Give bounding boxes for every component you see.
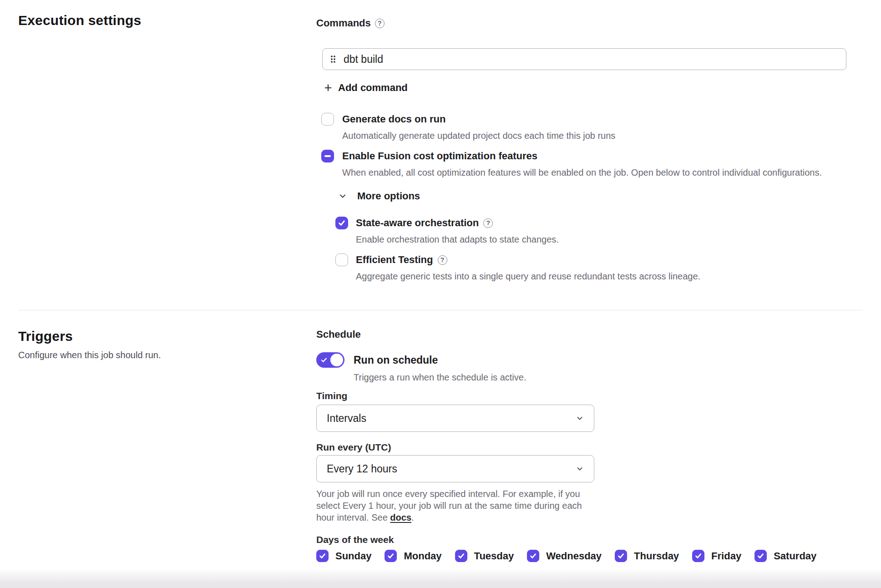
option-state-aware: State-aware orchestration ? Enable orche… <box>335 217 863 245</box>
more-options-label: More options <box>357 190 420 202</box>
state-aware-label: State-aware orchestration <box>356 217 479 229</box>
run-on-schedule-toggle[interactable] <box>316 352 344 368</box>
generate-docs-description: Automatically generate updated project d… <box>321 130 863 142</box>
chevron-down-icon <box>338 192 347 201</box>
thursday-checkbox[interactable] <box>615 550 627 562</box>
tuesday-checkbox[interactable] <box>455 550 467 562</box>
day-label: Monday <box>404 550 441 562</box>
interval-help-line1: Your job will run once every specified i… <box>316 488 863 500</box>
fusion-checkbox[interactable] <box>321 150 334 162</box>
commands-label: Commands <box>316 17 371 29</box>
run-on-schedule-label: Run on schedule <box>354 354 438 366</box>
state-aware-description: Enable orchestration that adapts to stat… <box>335 233 863 245</box>
efficient-testing-label: Efficient Testing <box>356 254 433 266</box>
monday-checkbox[interactable] <box>385 550 397 562</box>
days-of-week-row: Sunday Monday Tuesday Wednesday Thursday… <box>316 550 863 562</box>
interval-help-line3: hour interval. See docs. <box>316 512 863 523</box>
sunday-checkbox[interactable] <box>316 550 329 562</box>
add-command-label: Add command <box>338 82 408 94</box>
day-item-tuesday: Tuesday <box>455 550 514 562</box>
day-label: Wednesday <box>546 550 602 562</box>
day-item-sunday: Sunday <box>316 550 371 562</box>
execution-settings-title: Execution settings <box>18 13 316 28</box>
check-icon <box>757 552 765 560</box>
commands-help-icon[interactable]: ? <box>375 19 385 28</box>
day-label: Thursday <box>634 550 679 562</box>
timing-select[interactable]: Intervals <box>316 405 594 432</box>
timing-value: Intervals <box>327 412 366 425</box>
day-label: Friday <box>711 550 741 562</box>
option-fusion: Enable Fusion cost optimization features… <box>321 150 863 178</box>
friday-checkbox[interactable] <box>692 550 704 562</box>
check-icon <box>617 552 625 560</box>
check-icon <box>457 552 465 560</box>
option-efficient-testing: Efficient Testing ? Aggregate generic te… <box>335 253 863 282</box>
interval-help-line3-suffix: . <box>411 512 414 522</box>
toggle-knob <box>330 354 343 366</box>
command-input[interactable] <box>344 53 838 66</box>
check-icon <box>387 552 395 560</box>
day-item-saturday: Saturday <box>754 550 816 562</box>
run-every-select[interactable]: Every 12 hours <box>316 455 594 482</box>
chevron-down-icon <box>576 465 584 473</box>
state-aware-checkbox[interactable] <box>335 217 348 229</box>
execution-settings-section: Execution settings Commands ? + Add comm… <box>0 0 881 310</box>
option-generate-docs: Generate docs on run Automatically gener… <box>321 113 863 142</box>
bottom-fade <box>0 569 881 588</box>
generate-docs-checkbox[interactable] <box>321 113 334 126</box>
interval-help-line3-prefix: hour interval. See <box>316 512 390 522</box>
run-every-label: Run every (UTC) <box>316 442 863 453</box>
check-icon <box>338 219 346 227</box>
add-command-button[interactable]: + Add command <box>323 82 408 94</box>
run-every-value: Every 12 hours <box>327 463 397 475</box>
day-item-thursday: Thursday <box>615 550 679 562</box>
day-label: Sunday <box>335 550 371 562</box>
command-row <box>322 48 846 70</box>
triggers-title: Triggers <box>18 329 316 344</box>
chevron-down-icon <box>576 414 584 422</box>
day-item-wednesday: Wednesday <box>527 550 602 562</box>
check-icon <box>529 552 537 560</box>
indeterminate-dash-icon <box>324 155 331 157</box>
interval-help-line2: select Every 1 hour, your job will run a… <box>316 500 863 512</box>
day-label: Tuesday <box>474 550 514 562</box>
check-icon <box>319 552 326 560</box>
run-on-schedule-description: Triggers a run when the schedule is acti… <box>316 372 863 383</box>
day-label: Saturday <box>774 550 816 562</box>
generate-docs-label: Generate docs on run <box>342 113 446 125</box>
triggers-description: Configure when this job should run. <box>18 350 316 360</box>
days-of-week-label: Days of the week <box>316 534 863 545</box>
day-item-monday: Monday <box>385 550 441 562</box>
check-icon <box>320 356 328 364</box>
fusion-description: When enabled, all cost optimization feat… <box>321 167 863 178</box>
efficient-testing-checkbox[interactable] <box>335 253 348 266</box>
efficient-testing-help-icon[interactable]: ? <box>438 255 447 265</box>
run-on-schedule-row: Run on schedule <box>316 352 863 368</box>
fusion-label: Enable Fusion cost optimization features <box>342 150 537 162</box>
efficient-testing-description: Aggregate generic tests into a single qu… <box>335 270 863 282</box>
saturday-checkbox[interactable] <box>754 550 767 562</box>
timing-label: Timing <box>316 390 863 401</box>
drag-handle-icon[interactable] <box>330 55 336 63</box>
plus-icon: + <box>323 82 334 93</box>
docs-link[interactable]: docs <box>390 512 411 522</box>
triggers-section: Triggers Configure when this job should … <box>0 310 881 562</box>
wednesday-checkbox[interactable] <box>527 550 539 562</box>
interval-help-text: Your job will run once every specified i… <box>316 488 863 523</box>
more-options-toggle[interactable]: More options <box>338 190 420 202</box>
check-icon <box>694 552 702 560</box>
state-aware-help-icon[interactable]: ? <box>483 218 493 228</box>
day-item-friday: Friday <box>692 550 741 562</box>
schedule-title: Schedule <box>316 329 863 340</box>
